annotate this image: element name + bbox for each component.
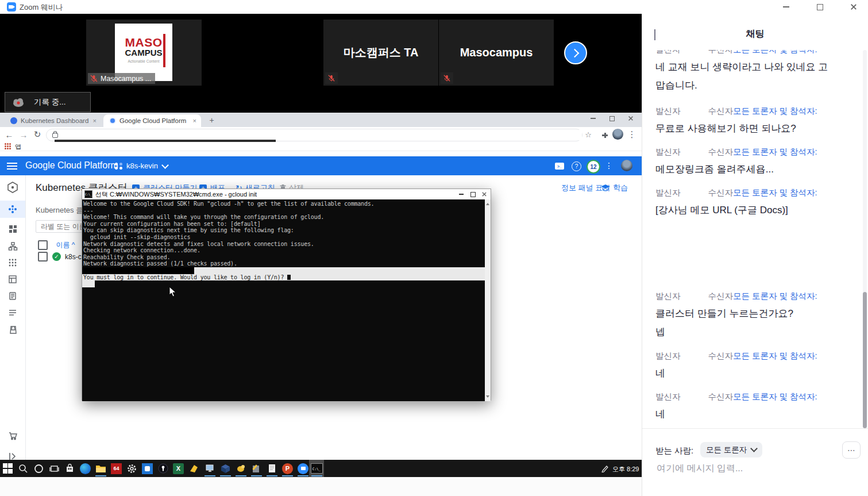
rail-item-applications[interactable] [0, 254, 25, 271]
cmd-titlebar[interactable]: C:\_ 선택 C:₩WINDOWS₩SYSTEM32₩cmd.exe - gc… [82, 189, 491, 199]
message-meta: 발신자수신자모든 토론자 및 참석자: [655, 391, 858, 402]
project-selector[interactable]: k8s-kevin [115, 162, 168, 170]
chat-scrollbar-thumb[interactable] [863, 292, 867, 428]
securecrt-icon[interactable] [233, 460, 249, 477]
rail-item-migrate[interactable] [0, 321, 25, 339]
cortana-icon[interactable] [31, 460, 47, 477]
browser-profile-avatar[interactable] [612, 129, 623, 140]
windows-ink-pen-icon[interactable] [601, 464, 609, 472]
hamburger-menu-icon[interactable] [7, 163, 17, 170]
refresh-icon[interactable]: ↻ [33, 130, 42, 139]
bookmarks-bar: 앱 [0, 142, 642, 151]
learn-button[interactable]: 학습 [601, 183, 628, 193]
browser-close-button[interactable] [627, 114, 635, 122]
settings-gear-icon[interactable] [124, 460, 140, 477]
rail-item-object-browser[interactable] [0, 304, 25, 321]
cmd-maximize-button[interactable] [469, 190, 477, 198]
cmd-scrollbar[interactable] [485, 199, 491, 401]
cmd-console[interactable]: Welcome to the Google Cloud SDK! Run "gc… [82, 199, 486, 401]
url-input[interactable] [63, 130, 582, 140]
scroll-down-icon[interactable] [486, 395, 489, 399]
search-icon[interactable] [16, 460, 31, 477]
tab-close-icon[interactable]: × [193, 117, 196, 124]
apps-label[interactable]: 앱 [15, 143, 21, 151]
browser-menu-icon[interactable]: ⋮ [628, 130, 635, 139]
task-view-icon[interactable] [47, 460, 62, 477]
file-explorer-icon[interactable] [93, 460, 109, 477]
notifications-badge[interactable]: 12 [587, 160, 600, 174]
edge-icon[interactable] [78, 460, 93, 477]
zoom-taskbar-icon[interactable] [295, 460, 311, 477]
tab-kubernetes-dashboard[interactable]: Kubernetes Dashboard × [5, 114, 101, 127]
scroll-up-icon[interactable] [486, 201, 489, 205]
chat-message: 발신자수신자모든 토론자 및 참석자: 네 [655, 351, 858, 383]
gcp-brand[interactable]: Google Cloud Platform [25, 160, 118, 171]
chevron-down-icon [161, 162, 169, 169]
cmd-close-button[interactable] [480, 190, 488, 198]
next-participants-button[interactable] [564, 41, 587, 64]
extensions-icon[interactable] [601, 132, 609, 142]
editor-icon[interactable] [249, 460, 264, 477]
video-stage: MASO CAMPUS Actionable Content Masocampu… [0, 14, 642, 113]
zoom-webinar-window: Zoom 웨비나 MASO CAMPUS Actionable Content … [0, 0, 868, 496]
bookmark-star-icon[interactable]: ☆ [584, 130, 593, 139]
console-selection-cell [82, 280, 95, 287]
chat-panel: 채팅 발신자수신자모든 토론자 및 참석자: 네 교재 보니 생략이라고 나와 … [642, 14, 868, 496]
chat-message: 발신자수신자모든 토론자 및 참석자: 무료로 사용해보기 하면 되나요? [655, 106, 858, 138]
cmd-minimize-button[interactable] [457, 190, 465, 198]
browser-minimize-button[interactable] [589, 114, 597, 122]
excel-icon[interactable]: X [171, 460, 186, 477]
rail-item-clusters[interactable] [0, 201, 25, 218]
taskbar-clock[interactable]: 오후 8:29 [612, 465, 639, 474]
select-all-checkbox[interactable] [38, 240, 48, 250]
participant-name: Masocampus [439, 20, 554, 86]
recording-indicator[interactable]: 기록 중... [5, 92, 91, 112]
project-icon [115, 163, 123, 170]
recipient-selector[interactable]: 모든 토론자 [700, 442, 762, 457]
chat-more-button[interactable]: ⋯ [842, 441, 861, 459]
app-64-icon[interactable]: 64 [109, 460, 124, 477]
table-header-row: 이름 ^ [38, 240, 75, 250]
rail-item-storage[interactable] [0, 287, 25, 305]
apps-grid-icon[interactable] [5, 143, 11, 149]
photos-icon[interactable] [140, 460, 155, 477]
row-checkbox[interactable] [38, 252, 48, 262]
rail-item-services[interactable] [0, 237, 25, 255]
name-column-header[interactable]: 이름 ^ [56, 241, 75, 249]
participant-tile[interactable]: MASO CAMPUS Actionable Content Masocampu… [86, 19, 202, 86]
tab-google-cloud-platform[interactable]: Google Cloud Platform × [103, 114, 201, 127]
browser-maximize-button[interactable] [608, 114, 616, 122]
participant-logo: MASO CAMPUS Actionable Content [115, 24, 172, 81]
cloud-shell-icon[interactable]: >_ [555, 163, 564, 170]
password-manager-icon[interactable] [155, 460, 171, 477]
hancom-icon[interactable] [186, 460, 202, 477]
chat-message-input[interactable] [655, 463, 853, 474]
notepad-icon[interactable] [264, 460, 280, 477]
rail-item-configuration[interactable] [0, 271, 25, 288]
remote-desktop-icon[interactable] [202, 460, 218, 477]
cmd-window[interactable]: C:\_ 선택 C:₩WINDOWS₩SYSTEM32₩cmd.exe - gc… [82, 189, 491, 401]
rail-item-workloads[interactable] [0, 220, 25, 237]
powerpoint-icon[interactable]: P [280, 460, 295, 477]
help-icon[interactable]: ? [572, 162, 581, 171]
cmd-title: 선택 C:₩WINDOWS₩SYSTEM32₩cmd.exe - gcloud … [95, 190, 257, 199]
rail-item-marketplace[interactable] [0, 426, 25, 444]
console-line: Checking network connection...done. [82, 247, 486, 254]
new-tab-button[interactable]: + [207, 115, 217, 125]
back-icon[interactable]: ← [5, 130, 14, 139]
virtualbox-icon[interactable] [218, 460, 233, 477]
close-button[interactable] [850, 3, 858, 11]
participant-tile[interactable]: Masocampus [438, 19, 554, 86]
tab-close-icon[interactable]: × [93, 117, 97, 124]
cmd-taskbar-icon[interactable]: C:\_ [309, 460, 324, 477]
participant-tile[interactable]: 마소캠퍼스 TA [323, 19, 439, 86]
microsoft-store-icon[interactable] [62, 460, 78, 477]
minimize-button[interactable] [782, 3, 790, 11]
chat-message-list[interactable]: 발신자수신자모든 토론자 및 참석자: 네 교재 보니 생략이라고 나와 있네요… [642, 50, 864, 428]
forward-icon[interactable]: → [19, 130, 28, 139]
gcp-menu-icon[interactable]: ⋮ [606, 161, 612, 170]
maximize-button[interactable] [816, 3, 824, 11]
message-meta: 발신자수신자모든 토론자 및 참석자: [655, 187, 858, 198]
start-button[interactable] [0, 460, 16, 477]
gcp-profile-avatar[interactable] [621, 160, 632, 171]
